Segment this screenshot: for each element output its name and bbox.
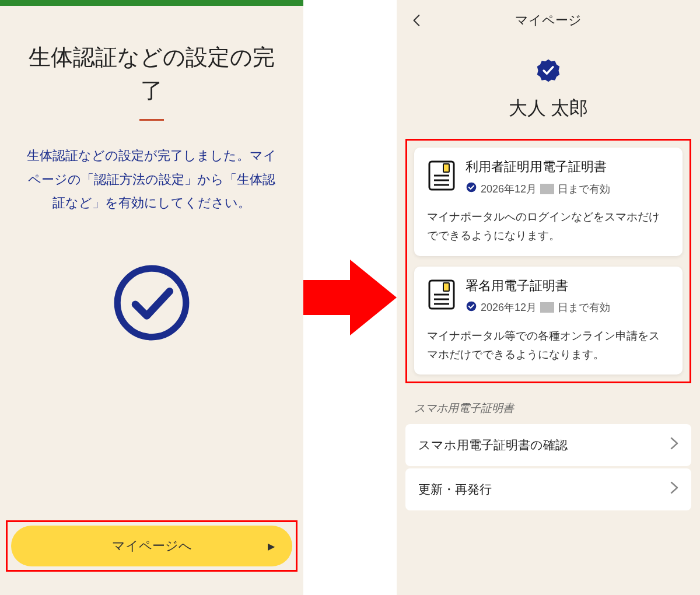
certificate-title: 利用者証明用電子証明書 — [466, 158, 610, 176]
verified-badge-icon — [397, 58, 700, 85]
svg-rect-3 — [443, 164, 449, 172]
button-area: マイページへ ▶ — [0, 512, 303, 595]
svg-marker-1 — [303, 260, 397, 335]
completion-content: 生体認証などの設定の完了 生体認証などの設定が完了しました。マイページの「認証方… — [0, 6, 303, 512]
certificate-description: マイナポータルへのログインなどをスマホだけでできるようになります。 — [427, 208, 670, 246]
validity-suffix: 日まで有効 — [558, 182, 610, 196]
svg-point-7 — [467, 183, 477, 192]
certificates-highlight-box: 利用者証明用電子証明書 2026年12月日まで有効 マイナポータルへのログインな… — [405, 139, 691, 383]
svg-point-0 — [117, 268, 186, 337]
check-badge-icon — [466, 181, 477, 196]
status-bar — [0, 0, 303, 6]
svg-rect-9 — [443, 283, 449, 291]
certificate-card[interactable]: 利用者証明用電子証明書 2026年12月日まで有効 マイナポータルへのログインな… — [414, 148, 682, 256]
completion-message: 生体認証などの設定が完了しました。マイページの「認証方法の設定」から「生体認証な… — [23, 144, 280, 215]
certificate-validity: 2026年12月日まで有効 — [466, 300, 610, 315]
menu-item-label: スマホ用電子証明書の確認 — [418, 437, 568, 453]
profile-name: 大人 太郎 — [397, 96, 700, 121]
header: マイページ — [397, 0, 700, 41]
completion-screen: 生体認証などの設定の完了 生体認証などの設定が完了しました。マイページの「認証方… — [0, 0, 303, 595]
highlight-box: マイページへ ▶ — [6, 520, 298, 572]
menu-item-label: 更新・再発行 — [418, 481, 492, 498]
mypage-button-label: マイページへ — [112, 537, 192, 555]
masked-day — [540, 302, 554, 313]
check-badge-icon — [466, 300, 477, 315]
certificate-title: 署名用電子証明書 — [466, 277, 610, 295]
section-label: スマホ用電子証明書 — [414, 401, 682, 416]
certificate-card[interactable]: 署名用電子証明書 2026年12月日まで有効 マイナポータル等での各種オンライン… — [414, 267, 682, 375]
certificate-description: マイナポータル等での各種オンライン申請をスマホだけでできるようになります。 — [427, 327, 670, 365]
page-title: 生体認証などの設定の完了 — [23, 41, 280, 107]
validity-suffix: 日まで有効 — [558, 300, 610, 314]
validity-prefix: 2026年12月 — [481, 300, 537, 314]
profile-section: 大人 太郎 — [397, 58, 700, 121]
document-icon — [427, 159, 456, 194]
svg-point-13 — [467, 301, 477, 311]
validity-prefix: 2026年12月 — [481, 182, 537, 196]
header-title: マイページ — [515, 12, 582, 29]
document-icon — [427, 278, 456, 313]
chevron-right-icon — [670, 481, 678, 498]
masked-day — [540, 184, 554, 194]
success-checkmark-icon — [111, 262, 192, 346]
chevron-right-icon — [670, 437, 678, 453]
transition-arrow-icon — [300, 257, 400, 338]
certificate-validity: 2026年12月日まで有効 — [466, 181, 610, 196]
mypage-screen: マイページ 大人 太郎 — [397, 0, 700, 595]
back-button[interactable] — [410, 13, 425, 30]
mypage-button[interactable]: マイページへ ▶ — [11, 526, 292, 566]
menu-item-renew-reissue[interactable]: 更新・再発行 — [405, 468, 691, 510]
menu-item-check-certificate[interactable]: スマホ用電子証明書の確認 — [405, 424, 691, 466]
triangle-right-icon: ▶ — [268, 541, 275, 552]
title-underline — [139, 119, 164, 121]
